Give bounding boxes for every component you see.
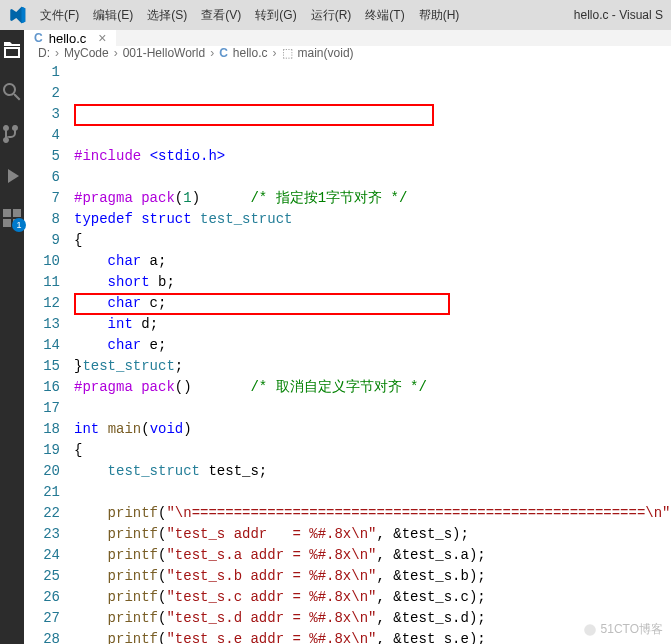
line-number: 4 [24, 125, 60, 146]
run-debug-icon[interactable] [0, 164, 24, 188]
code-line[interactable]: #pragma pack() /* 取消自定义字节对齐 */ [74, 377, 671, 398]
breadcrumb-segment[interactable]: main(void) [298, 46, 354, 60]
line-number: 9 [24, 230, 60, 251]
titlebar: 文件(F)编辑(E)选择(S)查看(V)转到(G)运行(R)终端(T)帮助(H)… [0, 0, 671, 30]
menu-item[interactable]: 选择(S) [141, 3, 193, 28]
symbol-icon: ⬚ [282, 46, 293, 60]
code-line[interactable]: short b; [74, 272, 671, 293]
line-number: 11 [24, 272, 60, 293]
line-number: 16 [24, 377, 60, 398]
tab-label: hello.c [49, 31, 87, 46]
line-number: 10 [24, 251, 60, 272]
line-number: 3 [24, 104, 60, 125]
menu-item[interactable]: 转到(G) [249, 3, 302, 28]
c-file-icon: C [34, 31, 43, 45]
breadcrumb[interactable]: D:›MyCode›001-HelloWorld›C hello.c›⬚ mai… [24, 46, 671, 60]
code-line[interactable] [74, 398, 671, 419]
tab-bar: C hello.c × [24, 30, 671, 46]
code-line[interactable]: printf("test_s addr = %#.8x\n", &test_s)… [74, 524, 671, 545]
tab-hello-c[interactable]: C hello.c × [24, 30, 117, 46]
line-number: 12 [24, 293, 60, 314]
code-editor[interactable]: 1234567891011121314151617181920212223242… [24, 60, 671, 644]
menu-item[interactable]: 查看(V) [195, 3, 247, 28]
code-line[interactable]: printf("test_s.d addr = %#.8x\n", &test_… [74, 608, 671, 629]
line-number: 24 [24, 545, 60, 566]
code-line[interactable]: printf("test_s.c addr = %#.8x\n", &test_… [74, 587, 671, 608]
chevron-right-icon: › [210, 46, 214, 60]
menu-item[interactable]: 编辑(E) [87, 3, 139, 28]
line-number: 13 [24, 314, 60, 335]
line-number: 27 [24, 608, 60, 629]
code-line[interactable]: { [74, 230, 671, 251]
breadcrumb-segment[interactable]: hello.c [233, 46, 268, 60]
code-line[interactable]: printf("\n==============================… [74, 503, 671, 524]
code-line[interactable]: int d; [74, 314, 671, 335]
extensions-icon[interactable]: 1 [0, 206, 24, 230]
code-line[interactable]: char a; [74, 251, 671, 272]
line-number: 25 [24, 566, 60, 587]
chevron-right-icon: › [114, 46, 118, 60]
line-number: 20 [24, 461, 60, 482]
breadcrumb-segment[interactable]: 001-HelloWorld [123, 46, 205, 60]
activity-bar: 1 [0, 30, 24, 644]
line-number: 22 [24, 503, 60, 524]
line-number: 17 [24, 398, 60, 419]
chevron-right-icon: › [273, 46, 277, 60]
watermark-icon [583, 623, 597, 637]
chevron-right-icon: › [55, 46, 59, 60]
code-line[interactable]: int main(void) [74, 419, 671, 440]
code-line[interactable]: { [74, 440, 671, 461]
code-content[interactable]: #include <stdio.h>#pragma pack(1) /* 指定按… [74, 60, 671, 644]
line-number: 15 [24, 356, 60, 377]
code-line[interactable]: printf("test_s.b addr = %#.8x\n", &test_… [74, 566, 671, 587]
watermark-text: 51CTO博客 [601, 621, 663, 638]
code-line[interactable]: typedef struct test_struct [74, 209, 671, 230]
breadcrumb-segment[interactable]: D: [38, 46, 50, 60]
line-number-gutter: 1234567891011121314151617181920212223242… [24, 60, 74, 644]
code-line[interactable] [74, 482, 671, 503]
code-line[interactable]: char e; [74, 335, 671, 356]
line-number: 8 [24, 209, 60, 230]
code-line[interactable]: #include <stdio.h> [74, 146, 671, 167]
code-line[interactable]: printf("test_s.e addr = %#.8x\n", &test_… [74, 629, 671, 644]
line-number: 26 [24, 587, 60, 608]
line-number: 2 [24, 83, 60, 104]
close-icon[interactable]: × [98, 30, 106, 46]
menu-item[interactable]: 文件(F) [34, 3, 85, 28]
menu-item[interactable]: 运行(R) [305, 3, 358, 28]
c-file-icon: C [219, 46, 228, 60]
editor-area: C hello.c × D:›MyCode›001-HelloWorld›C h… [24, 30, 671, 644]
menu-bar: 文件(F)编辑(E)选择(S)查看(V)转到(G)运行(R)终端(T)帮助(H) [34, 3, 663, 28]
line-number: 1 [24, 62, 60, 83]
code-line[interactable]: }test_struct; [74, 356, 671, 377]
window-title: hello.c - Visual S [574, 8, 663, 22]
line-number: 21 [24, 482, 60, 503]
line-number: 14 [24, 335, 60, 356]
line-number: 19 [24, 440, 60, 461]
watermark: 51CTO博客 [583, 621, 663, 638]
menu-item[interactable]: 帮助(H) [413, 3, 466, 28]
line-number: 18 [24, 419, 60, 440]
code-line[interactable]: char c; [74, 293, 671, 314]
svg-point-0 [584, 624, 596, 636]
search-icon[interactable] [0, 80, 24, 104]
line-number: 28 [24, 629, 60, 644]
code-line[interactable]: test_struct test_s; [74, 461, 671, 482]
line-number: 7 [24, 188, 60, 209]
code-line[interactable] [74, 167, 671, 188]
explorer-icon[interactable] [0, 38, 24, 62]
annotation-box-1 [74, 104, 434, 126]
line-number: 23 [24, 524, 60, 545]
vscode-icon [8, 6, 26, 24]
breadcrumb-segment[interactable]: MyCode [64, 46, 109, 60]
source-control-icon[interactable] [0, 122, 24, 146]
line-number: 6 [24, 167, 60, 188]
line-number: 5 [24, 146, 60, 167]
menu-item[interactable]: 终端(T) [359, 3, 410, 28]
code-line[interactable]: #pragma pack(1) /* 指定按1字节对齐 */ [74, 188, 671, 209]
code-line[interactable]: printf("test_s.a addr = %#.8x\n", &test_… [74, 545, 671, 566]
